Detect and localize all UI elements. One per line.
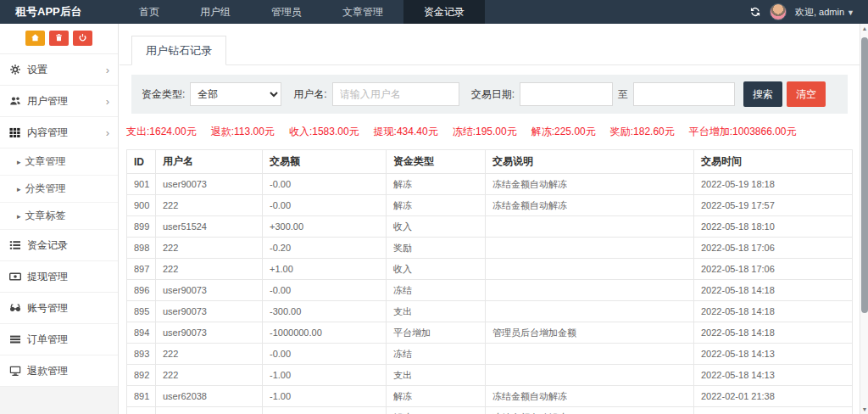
table-cell: 冻结 <box>387 344 486 365</box>
sidebar-item-label: 订单管理 <box>27 333 68 347</box>
table-cell: -0.00 <box>263 344 387 365</box>
table-cell: 901 <box>127 174 156 195</box>
table-row: 890user15008-0.00解冻冻结金额自动解冻2022-02-01 21… <box>127 407 853 414</box>
table-row: 896user90073-0.00冻结2022-05-18 14:18 <box>127 280 853 301</box>
date-from-input[interactable] <box>520 82 613 106</box>
table-cell: 222 <box>156 344 263 365</box>
table-cell: 支出 <box>387 365 486 386</box>
column-header-5: 交易说明 <box>486 150 694 174</box>
table-cell: user90073 <box>156 174 263 195</box>
sidebar-item-8[interactable]: 退款管理 <box>0 355 118 387</box>
nav-item-5[interactable]: 资金记录 <box>403 0 485 24</box>
table-cell: -1000000.00 <box>263 322 387 344</box>
table-row: 892222-1.00支出2022-05-18 14:13 <box>127 365 853 386</box>
quick-button-power[interactable] <box>73 31 92 46</box>
sidebar-item-1[interactable]: 设置› <box>0 54 118 86</box>
scroll-down-icon[interactable]: ▼ <box>860 406 868 412</box>
table-row: 894user90073-1000000.00平台增加管理员后台增加金额2022… <box>127 322 853 344</box>
filter-bar: 资金类型: 全部 用户名: 交易日期: 至 搜索 清空 <box>131 75 848 114</box>
sidebar-item-7[interactable]: 订单管理 <box>0 324 118 355</box>
trash-icon <box>54 32 64 45</box>
table-cell: -0.00 <box>263 280 387 301</box>
table-cell: 891 <box>127 386 156 407</box>
table-row: 900222-0.00解冻冻结金额自动解冻2022-05-19 17:57 <box>127 195 853 216</box>
table-cell <box>486 216 694 238</box>
table-cell: 解冻 <box>387 195 486 216</box>
summary-totals: 支出:1624.00元退款:113.00元收入:1583.00元提现:434.4… <box>126 125 853 139</box>
date-to-input[interactable] <box>633 82 735 106</box>
refresh-icon[interactable] <box>749 6 761 18</box>
table-cell: 2022-05-18 18:10 <box>694 216 853 238</box>
scrollbar-thumb[interactable] <box>861 37 868 313</box>
sidebar-subitem-2[interactable]: ▸分类管理 <box>0 176 118 203</box>
sidebar-subitem-label: 分类管理 <box>25 182 66 196</box>
table-cell: 900 <box>127 195 156 216</box>
column-header-4: 资金类型 <box>387 150 486 174</box>
table-cell: -0.00 <box>263 195 387 216</box>
sidebar-quick-buttons <box>0 24 118 54</box>
quick-button-home[interactable] <box>25 31 45 46</box>
table-cell: 支出 <box>387 301 486 322</box>
vertical-scrollbar[interactable]: ▲ ▼ <box>860 24 868 414</box>
username-label: 用户名: <box>293 87 326 102</box>
summary-item-4: 提现:434.40元 <box>374 125 438 139</box>
table-cell: 892 <box>127 365 156 386</box>
table-cell: 冻结金额自动解冻 <box>486 407 694 414</box>
summary-item-8: 平台增加:1003866.00元 <box>689 125 797 139</box>
username-input[interactable] <box>332 82 459 106</box>
table-cell: 冻结金额自动解冻 <box>486 386 694 407</box>
navbar-menu: 首页用户组管理员文章管理资金记录 <box>119 0 485 24</box>
sidebar-subitem-1[interactable]: ▸文章管理 <box>0 148 118 176</box>
gear-icon <box>8 64 21 76</box>
quick-button-trash[interactable] <box>49 31 69 46</box>
scroll-up-icon[interactable]: ▲ <box>860 25 868 31</box>
table-cell: 2022-05-18 14:18 <box>694 280 853 301</box>
table-cell: 2022-02-01 21:38 <box>694 386 853 407</box>
table-cell <box>486 259 694 280</box>
sidebar-subitem-3[interactable]: ▸文章标签 <box>0 203 118 230</box>
desktop-icon <box>8 365 21 377</box>
table-cell <box>486 280 694 301</box>
sidebar-item-3[interactable]: 内容管理› <box>0 117 118 148</box>
date-to-label: 至 <box>618 87 628 102</box>
column-header-1: ID <box>127 150 156 174</box>
nav-item-2[interactable]: 用户组 <box>180 0 251 24</box>
search-button[interactable]: 搜索 <box>743 81 782 107</box>
navbar-right: 欢迎, admin ▼ <box>749 0 868 24</box>
sidebar-item-4[interactable]: 资金记录 <box>0 230 118 261</box>
sidebar-item-5[interactable]: 提现管理 <box>0 261 118 293</box>
table-row: 901user90073-0.00解冻冻结金额自动解冻2022-05-19 18… <box>127 174 853 195</box>
summary-item-3: 收入:1583.00元 <box>289 125 359 139</box>
table-cell: 893 <box>127 344 156 365</box>
user-avatar[interactable] <box>770 3 787 20</box>
nav-item-4[interactable]: 文章管理 <box>322 0 403 24</box>
table-cell: 冻结 <box>387 280 486 301</box>
sidebar-item-6[interactable]: 账号管理 <box>0 293 118 324</box>
table-cell <box>486 365 694 386</box>
user-menu[interactable]: 欢迎, admin ▼ <box>795 6 854 19</box>
table-cell: +1.00 <box>263 259 387 280</box>
table-cell: user90073 <box>156 322 263 344</box>
table-cell: 894 <box>127 322 156 344</box>
triangle-right-icon: ▸ <box>17 158 21 166</box>
table-cell: 2022-05-19 17:57 <box>694 195 853 216</box>
summary-item-1: 支出:1624.00元 <box>126 125 197 139</box>
table-cell: 收入 <box>387 216 486 238</box>
sidebar-item-2[interactable]: 用户管理› <box>0 86 118 117</box>
welcome-text: 欢迎, admin <box>795 7 844 17</box>
triangle-right-icon: ▸ <box>17 212 21 221</box>
sidebar-item-label: 内容管理 <box>27 126 68 140</box>
home-icon <box>31 32 40 45</box>
table-cell: -1.00 <box>263 365 387 386</box>
nav-item-3[interactable]: 管理员 <box>251 0 322 24</box>
nav-item-1[interactable]: 首页 <box>119 0 180 24</box>
table-cell: 奖励 <box>387 238 486 259</box>
table-cell: 管理员后台增加金额 <box>486 322 694 344</box>
table-cell: 222 <box>156 365 263 386</box>
tab-user-diamond-records[interactable]: 用户钻石记录 <box>131 36 226 65</box>
chevron-down-icon: ▼ <box>847 8 854 17</box>
fund-type-select[interactable]: 全部 <box>190 82 281 106</box>
clear-button[interactable]: 清空 <box>787 81 826 107</box>
table-row: 895user90073-300.00支出2022-05-18 14:18 <box>127 301 853 322</box>
records-table: ID用户名交易额资金类型交易说明交易时间 901user90073-0.00解冻… <box>126 149 853 414</box>
